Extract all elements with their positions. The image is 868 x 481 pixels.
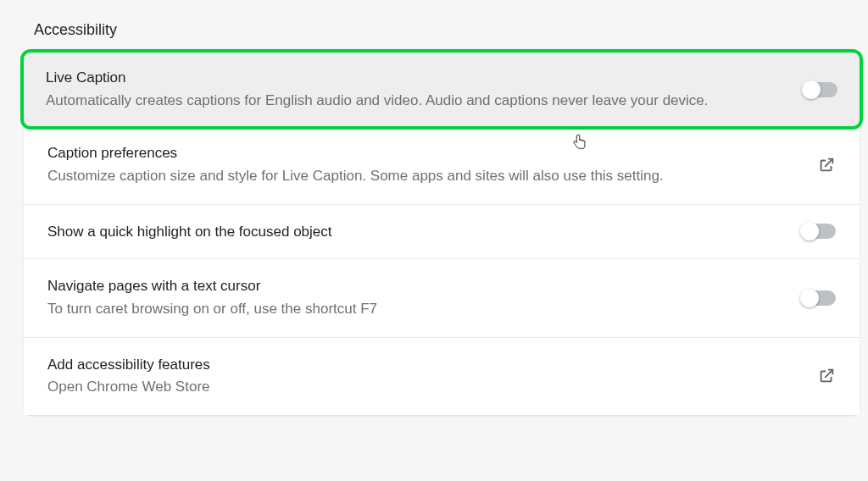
live-caption-control (804, 82, 837, 97)
quick-highlight-toggle[interactable] (802, 224, 836, 239)
quick-highlight-title: Show a quick highlight on the focused ob… (47, 222, 782, 242)
external-link-icon[interactable] (817, 156, 836, 174)
toggle-knob-icon (800, 222, 819, 240)
toggle-knob-icon (800, 289, 819, 307)
text-cursor-row[interactable]: Navigate pages with a text cursor To tur… (24, 259, 860, 337)
live-caption-desc: Automatically creates captions for Engli… (46, 90, 783, 112)
caption-preferences-text: Caption preferences Customize caption si… (47, 143, 797, 186)
toggle-knob-icon (802, 80, 821, 99)
accessibility-settings-list: Live Caption Automatically creates capti… (24, 49, 860, 415)
add-features-desc: Open Chrome Web Store (47, 376, 797, 398)
section-title-accessibility: Accessibility (24, 21, 860, 39)
svg-line-0 (825, 159, 832, 167)
quick-highlight-control (802, 224, 836, 239)
text-cursor-desc: To turn caret browsing on or off, use th… (47, 298, 782, 320)
live-caption-text: Live Caption Automatically creates capti… (46, 68, 783, 111)
caption-preferences-row[interactable]: Caption preferences Customize caption si… (24, 126, 860, 204)
quick-highlight-text: Show a quick highlight on the focused ob… (47, 222, 782, 242)
text-cursor-text: Navigate pages with a text cursor To tur… (47, 276, 782, 319)
text-cursor-control (802, 290, 836, 306)
add-features-text: Add accessibility features Open Chrome W… (47, 355, 797, 398)
caption-preferences-title: Caption preferences (47, 143, 797, 163)
svg-line-1 (825, 370, 832, 378)
caption-preferences-desc: Customize caption size and style for Liv… (47, 165, 797, 187)
text-cursor-toggle[interactable] (802, 290, 836, 306)
text-cursor-title: Navigate pages with a text cursor (47, 276, 782, 296)
quick-highlight-row[interactable]: Show a quick highlight on the focused ob… (24, 205, 860, 260)
live-caption-title: Live Caption (46, 68, 783, 88)
add-features-row[interactable]: Add accessibility features Open Chrome W… (24, 338, 860, 415)
external-link-icon[interactable] (817, 367, 836, 385)
live-caption-toggle[interactable] (804, 82, 837, 97)
add-features-control (817, 367, 836, 385)
add-features-title: Add accessibility features (47, 355, 797, 375)
caption-preferences-control (817, 156, 836, 174)
live-caption-row[interactable]: Live Caption Automatically creates capti… (20, 49, 863, 130)
